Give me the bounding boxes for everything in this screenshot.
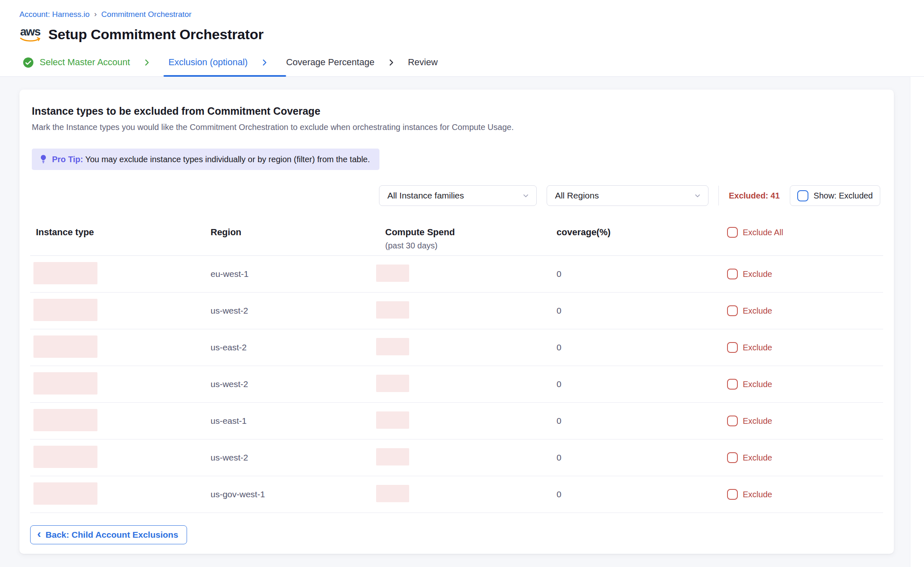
section-heading: Instance types to be excluded from Commi…	[19, 90, 894, 117]
table-row: us-west-2 0 Exclude	[30, 293, 883, 329]
exclude-control: Exclude	[727, 379, 883, 390]
redacted-instance-type	[33, 335, 97, 358]
excluded-count: Excluded: 41	[729, 191, 779, 201]
exclude-all-label: Exclude All	[743, 228, 783, 237]
compute-spend-cell	[385, 375, 557, 394]
pro-tip-label: Pro Tip:	[52, 155, 83, 164]
instance-type-cell	[30, 262, 211, 286]
region-cell: us-east-1	[211, 416, 385, 426]
exclude-checkbox[interactable]	[727, 416, 738, 426]
exclude-checkbox[interactable]	[727, 379, 738, 390]
step-exclusion[interactable]: Exclusion (optional)	[168, 57, 248, 68]
content-area: Instance types to be excluded from Commi…	[0, 77, 924, 567]
exclude-control: Exclude	[727, 305, 883, 316]
compute-spend-cell	[385, 265, 557, 284]
table-row: us-gov-west-1 0 Exclude	[30, 476, 883, 513]
table-header-row: Instance type Region Compute Spend (past…	[30, 224, 883, 256]
back-button[interactable]: ‹ Back: Child Account Exclusions	[30, 525, 187, 544]
compute-spend-cell	[385, 448, 557, 467]
exclude-checkbox[interactable]	[727, 269, 738, 279]
redacted-instance-type	[33, 262, 97, 284]
breadcrumb: Account: Harness.io › Commitment Orchest…	[19, 10, 924, 19]
step-label: Select Master Account	[40, 57, 130, 68]
coverage-cell: 0	[557, 306, 727, 316]
region-cell: eu-west-1	[211, 269, 385, 279]
table-row: us-east-2 0 Exclude	[30, 329, 883, 366]
redacted-instance-type	[33, 372, 97, 395]
exclude-label: Exclude	[743, 453, 772, 463]
exclude-checkbox[interactable]	[727, 305, 738, 316]
exclude-control: Exclude	[727, 489, 883, 500]
compute-spend-cell	[385, 338, 557, 357]
back-button-label: Back: Child Account Exclusions	[45, 530, 178, 540]
aws-logo: aws	[19, 26, 41, 43]
exclude-label: Exclude	[743, 490, 772, 499]
redacted-instance-type	[33, 299, 97, 321]
col-header-region: Region	[211, 227, 385, 238]
redacted-compute-spend	[376, 301, 409, 319]
exclude-control: Exclude	[727, 416, 883, 426]
scrollbar-track[interactable]	[910, 77, 924, 567]
title-row: aws Setup Commitment Orchestrator	[19, 26, 924, 43]
compute-spend-cell	[385, 301, 557, 320]
regions-value: All Regions	[555, 191, 599, 201]
exclusion-card: Instance types to be excluded from Commi…	[19, 90, 894, 554]
active-step-group: Exclusion (optional)	[163, 48, 286, 76]
instance-type-cell	[30, 409, 211, 433]
exclude-control: Exclude	[727, 269, 883, 279]
coverage-cell: 0	[557, 379, 727, 389]
regions-select[interactable]: All Regions	[547, 185, 708, 206]
redacted-compute-spend	[376, 338, 409, 355]
table-row: eu-west-1 0 Exclude	[30, 256, 883, 293]
wizard-stepper: Select Master Account Exclusion (optiona…	[0, 48, 924, 77]
page-header: Account: Harness.io › Commitment Orchest…	[0, 0, 924, 43]
breadcrumb-page-link[interactable]: Commitment Orchestrator	[101, 10, 192, 19]
coverage-cell: 0	[557, 269, 727, 279]
redacted-compute-spend	[376, 485, 409, 502]
chevron-right-icon	[387, 58, 396, 67]
instance-type-cell	[30, 299, 211, 323]
step-select-master-account[interactable]: Select Master Account	[23, 57, 130, 68]
region-cell: us-west-2	[211, 453, 385, 463]
step-review[interactable]: Review	[408, 57, 438, 68]
exclude-all-checkbox[interactable]	[727, 227, 738, 238]
instance-type-cell	[30, 482, 211, 506]
exclude-checkbox[interactable]	[727, 342, 738, 353]
redacted-instance-type	[33, 446, 97, 468]
step-label: Review	[408, 57, 438, 68]
compute-spend-cell	[385, 411, 557, 430]
chevron-left-icon: ‹	[37, 528, 41, 540]
breadcrumb-account-link[interactable]: Account: Harness.io	[19, 10, 90, 19]
redacted-instance-type	[33, 409, 97, 431]
chevron-right-icon	[142, 58, 151, 67]
redacted-instance-type	[33, 482, 97, 505]
table-row: us-west-2 0 Exclude	[30, 366, 883, 403]
show-excluded-toggle[interactable]: Show: Excluded	[790, 185, 880, 206]
chevron-down-icon	[522, 192, 530, 200]
exclude-checkbox[interactable]	[727, 489, 738, 500]
instance-families-select[interactable]: All Instance families	[379, 185, 537, 206]
step-coverage-percentage[interactable]: Coverage Percentage	[286, 57, 374, 68]
instance-table: Instance type Region Compute Spend (past…	[30, 224, 883, 513]
chevron-right-icon	[260, 58, 269, 67]
col-header-compute-spend-sub: (past 30 days)	[385, 241, 557, 250]
step-label: Exclusion (optional)	[168, 57, 248, 68]
pro-tip-text: You may exclude instance types individua…	[85, 155, 370, 164]
col-header-coverage: coverage(%)	[557, 227, 727, 238]
exclude-all-control: Exclude All	[727, 227, 883, 238]
filters-divider	[718, 186, 719, 206]
redacted-compute-spend	[376, 265, 409, 282]
instance-families-value: All Instance families	[387, 191, 464, 201]
pro-tip-banner: Pro Tip: You may exclude instance types …	[32, 149, 379, 170]
exclude-label: Exclude	[743, 306, 772, 316]
instance-type-cell	[30, 335, 211, 359]
lightbulb-icon	[40, 155, 47, 164]
breadcrumb-separator-icon: ›	[90, 9, 101, 19]
aws-smile-icon	[20, 37, 40, 43]
coverage-cell: 0	[557, 343, 727, 352]
exclude-checkbox[interactable]	[727, 452, 738, 463]
col-header-instance-type: Instance type	[30, 227, 211, 238]
exclude-label: Exclude	[743, 416, 772, 426]
show-excluded-checkbox[interactable]	[797, 190, 808, 201]
coverage-cell: 0	[557, 416, 727, 426]
